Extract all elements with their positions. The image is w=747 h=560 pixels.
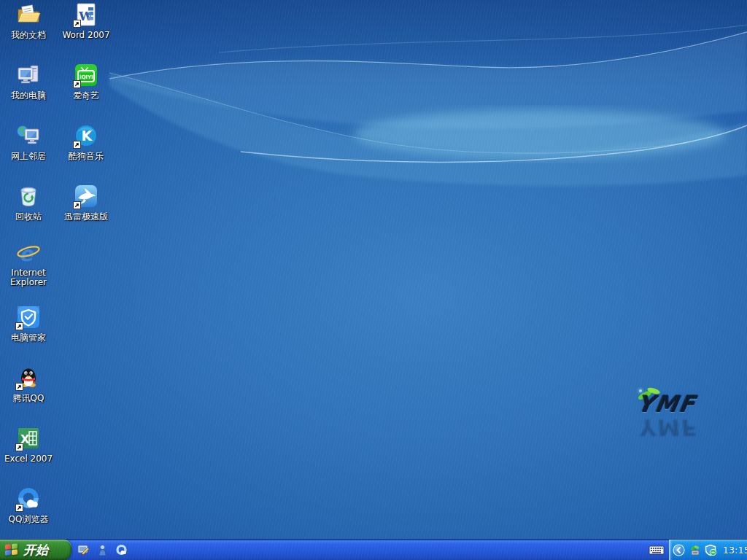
desktop-icon-label: 酷狗音乐: [69, 152, 104, 161]
qq-browser-quicklaunch-icon[interactable]: [115, 544, 128, 556]
desktop-icon-label: 迅雷极速版: [64, 212, 108, 222]
desktop-icon-label: Excel 2007: [4, 454, 53, 464]
desktop-icon-my-documents[interactable]: 我的文档: [1, 2, 56, 41]
excel-2007-icon: X: [16, 426, 41, 451]
desktop-icon-label: 网上邻居: [11, 152, 46, 161]
shortcut-arrow-icon: [15, 383, 23, 391]
quick-launch-bar: [77, 540, 128, 560]
shortcut-arrow-icon: [73, 201, 81, 209]
desktop-icon-label: 电脑管家: [11, 333, 46, 343]
svg-text:iQIYI: iQIYI: [80, 74, 93, 80]
desktop-icon-tencent-qq[interactable]: 腾讯QQ: [1, 365, 56, 404]
desktop-icon-label: Word 2007: [62, 31, 109, 40]
tray-pc-manager-shield-icon[interactable]: [705, 544, 717, 556]
shortcut-arrow-icon: [73, 20, 81, 28]
desktop-icon-word-2007[interactable]: W Word 2007: [58, 2, 114, 41]
system-tray: 13:15: [669, 540, 747, 560]
shortcut-arrow-icon: [15, 443, 23, 451]
desktop-icon-label: 回收站: [15, 212, 42, 222]
shortcut-arrow-icon: [15, 504, 23, 512]
kugou-music-icon: K: [74, 123, 98, 148]
word-2007-icon: W: [74, 2, 98, 27]
messenger-icon[interactable]: [96, 544, 109, 556]
pc-manager-icon: [16, 305, 41, 330]
desktop-icon-iqiyi[interactable]: iQIYI 爱奇艺: [58, 63, 114, 101]
start-button[interactable]: 开始: [0, 540, 71, 560]
input-method-keyboard-icon[interactable]: [649, 544, 665, 556]
desktop-icon-my-computer[interactable]: 我的电脑: [1, 63, 56, 101]
start-button-label: 开始: [23, 542, 55, 559]
my-computer-icon: [16, 63, 41, 88]
desktop-icon-pc-manager[interactable]: 电脑管家: [1, 305, 56, 343]
desktop-icon-thunder[interactable]: 迅雷极速版: [58, 184, 114, 222]
thunder-icon: [74, 184, 98, 209]
windows-logo-icon: [5, 543, 19, 557]
desktop-icon-kugou-music[interactable]: K 酷狗音乐: [58, 123, 114, 162]
desktop-icon-network-places[interactable]: 网上邻居: [1, 123, 56, 162]
desktop-icon-qq-browser[interactable]: QQ浏览器: [1, 486, 56, 525]
svg-text:K: K: [82, 128, 93, 144]
recycle-bin-icon: [16, 184, 41, 209]
desktop-icon-excel-2007[interactable]: X Excel 2007: [1, 426, 56, 464]
tray-green-sprout-icon[interactable]: [689, 544, 701, 556]
desktop-icon-label: 腾讯QQ: [13, 394, 44, 403]
show-desktop-icon[interactable]: [77, 544, 90, 556]
desktop-icon-label: Internet Explorer: [1, 268, 55, 287]
desktop-icon-internet-explorer[interactable]: e Internet Explorer: [1, 242, 56, 288]
my-documents-icon: [16, 2, 41, 27]
ymf-logo-reflection: YMF: [635, 414, 699, 440]
qq-browser-icon: [16, 486, 41, 511]
desktop-icon-label: 我的文档: [11, 31, 46, 40]
ymf-logo-text: YMF: [635, 391, 699, 417]
desktop-icon-recycle-bin[interactable]: 回收站: [1, 184, 56, 222]
ymf-watermark: YMF YMF: [624, 382, 734, 443]
taskbar-clock[interactable]: 13:15: [723, 545, 747, 556]
desktop-icon-label: 我的电脑: [11, 91, 46, 101]
shortcut-arrow-icon: [73, 80, 81, 88]
shortcut-arrow-icon: [15, 322, 23, 330]
taskbar: 开始: [0, 539, 747, 560]
iqiyi-icon: iQIYI: [74, 63, 98, 88]
desktop-icon-label: 爱奇艺: [73, 91, 99, 101]
network-places-icon: [16, 123, 41, 148]
desktop-wallpaper: YMF YMF 我的文档 我: [0, 0, 747, 560]
tencent-qq-icon: [16, 365, 41, 390]
shortcut-arrow-icon: [73, 141, 81, 149]
tray-collapse-chevron-icon[interactable]: [673, 544, 685, 556]
desktop-icon-label: QQ浏览器: [9, 515, 49, 524]
internet-explorer-icon: e: [16, 242, 41, 267]
